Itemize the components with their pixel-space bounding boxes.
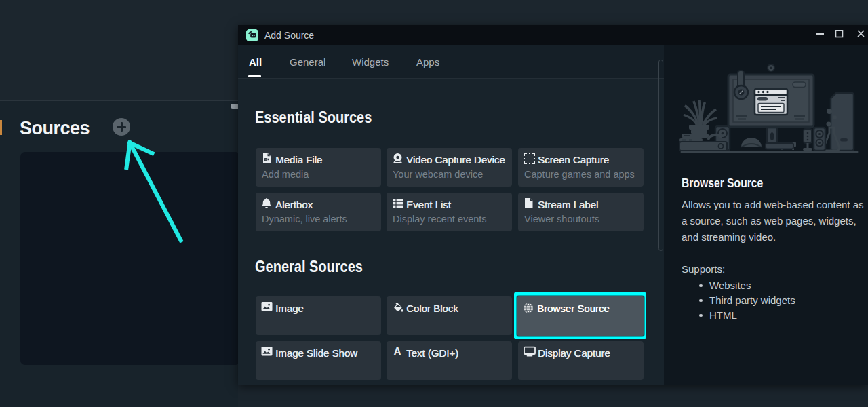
svg-text:A: A xyxy=(393,346,401,357)
